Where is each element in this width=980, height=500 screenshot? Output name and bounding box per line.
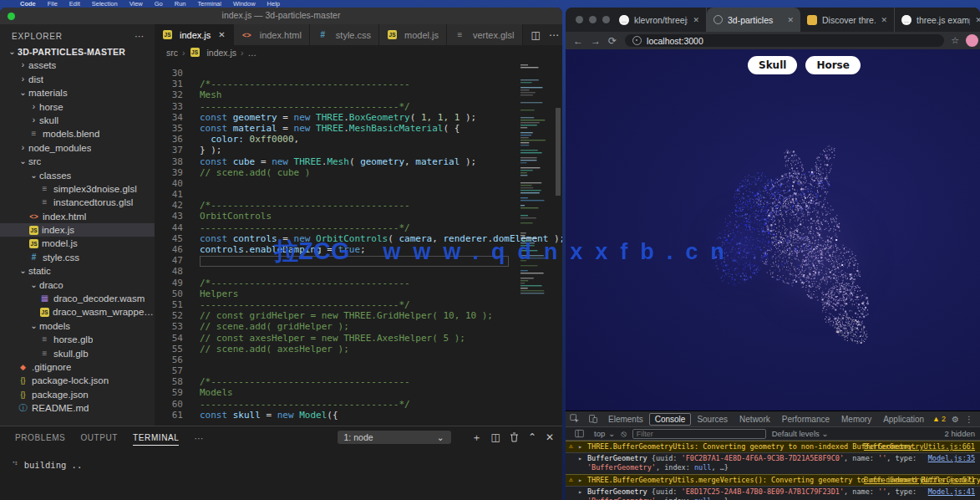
scrollbar-thumb[interactable] [556, 108, 561, 196]
skull-button[interactable]: Skull [748, 56, 797, 74]
tree-item-3d-particles-master[interactable]: ⌄3D-PARTICLES-MASTER [0, 45, 155, 59]
menu-item-code[interactable]: Code [20, 0, 36, 8]
code-editor[interactable]: 3031/*----------------------------------… [155, 59, 562, 426]
breadcrumb-item[interactable]: src [166, 48, 178, 58]
menu-item-edit[interactable]: Edit [69, 0, 80, 8]
menu-item-view[interactable]: View [129, 0, 143, 8]
site-info-icon[interactable] [632, 36, 642, 45]
expand-caret-icon[interactable]: ▸ [578, 442, 582, 451]
menu-item-go[interactable]: Go [155, 0, 163, 8]
vscode-titlebar[interactable]: index.js — 3d-particles-master [0, 8, 562, 25]
inspect-element-icon[interactable] [570, 414, 580, 424]
editor-tab-style.css[interactable]: #style.css [310, 24, 379, 45]
console-context-select[interactable]: top ⌄ [594, 429, 615, 438]
bookmark-star-icon[interactable]: ☆ [951, 35, 959, 46]
editor-more-actions-icon[interactable]: ⋯ [549, 29, 559, 41]
tree-item-assets[interactable]: ›assets [0, 59, 155, 72]
terminal-shell-select[interactable]: 1: node ⌄ [338, 431, 451, 444]
back-icon[interactable]: ← [573, 35, 583, 47]
tree-item-horse.glb[interactable]: ≡horse.glb [0, 333, 155, 346]
devtools-tab-console[interactable]: Console [649, 413, 692, 426]
kill-terminal-icon[interactable] [510, 432, 519, 442]
console-filter-input[interactable] [632, 429, 766, 439]
devtools-tab-sources[interactable]: Sources [691, 413, 734, 426]
address-bar[interactable]: localhost:3000 [625, 34, 944, 47]
devtools-tab-application[interactable]: Application [877, 413, 930, 426]
source-link[interactable]: Model.js:41 [928, 487, 975, 497]
horse-button[interactable]: Horse [805, 56, 861, 74]
tree-item-models.blend[interactable]: ≡models.blend [0, 127, 155, 140]
traffic-light-zoom[interactable] [602, 16, 610, 23]
tree-item-node_modules[interactable]: ›node_modules [0, 141, 155, 155]
panel-tab-terminal[interactable]: TERMINAL [133, 429, 179, 446]
panel-tab-output[interactable]: OUTPUT [80, 429, 118, 446]
editor-scrollbar[interactable] [554, 59, 562, 426]
traffic-light-minimize[interactable] [589, 16, 597, 23]
tree-item-draco_wasm_wrapper.js[interactable]: JSdraco_wasm_wrapper.js [0, 305, 155, 319]
source-link[interactable]: Model.js:35 [928, 454, 975, 463]
minimap[interactable] [519, 63, 552, 297]
close-tab-icon[interactable]: ✕ [881, 16, 887, 24]
menu-item-selection[interactable]: Selection [92, 0, 118, 8]
tree-item-index.js[interactable]: JSindex.js [0, 223, 155, 237]
tree-item-package.json[interactable]: {}package.json [0, 388, 155, 401]
expand-caret-icon[interactable]: ▸ [578, 476, 582, 484]
hidden-messages-label[interactable]: 2 hidden [945, 429, 975, 438]
menu-item-terminal[interactable]: Terminal [198, 0, 221, 8]
reload-icon[interactable]: ⟳ [608, 35, 617, 47]
forward-icon[interactable]: → [591, 35, 601, 47]
browser-tab-2[interactable]: 3d-particles✕ [707, 8, 800, 32]
close-tab-icon[interactable]: ✕ [975, 16, 980, 24]
tree-item-src[interactable]: ⌄src [0, 155, 155, 168]
tree-item-classes[interactable]: ⌄classes [0, 169, 155, 182]
terminal-output[interactable]: ⠙ building .. [0, 448, 562, 470]
devtools-more-icon[interactable]: ⋮ [965, 415, 973, 424]
expand-caret-icon[interactable]: ▸ [578, 454, 582, 463]
tree-item-draco_decoder.wasm[interactable]: ▦draco_decoder.wasm [0, 292, 155, 305]
menu-item-window[interactable]: Window [233, 0, 256, 8]
log-levels-select[interactable]: Default levels ⌄ [772, 429, 829, 438]
new-terminal-icon[interactable]: ＋ [472, 431, 482, 445]
browser-tab-1[interactable]: klevron/threejs-to…✕ [612, 8, 707, 32]
devtools-tab-performance[interactable]: Performance [776, 413, 835, 426]
browser-tab-4[interactable]: three.js examples✕ [895, 8, 980, 32]
profile-avatar[interactable] [966, 34, 978, 47]
devtools-settings-icon[interactable]: ⚙ [952, 415, 959, 424]
tree-item-skull.glb[interactable]: ≡skull.glb [0, 347, 155, 360]
editor-tab-index.js[interactable]: JSindex.js✕ [155, 24, 234, 45]
tree-item-horse[interactable]: ›horse [0, 100, 155, 114]
tree-item-readme.md[interactable]: ⓘREADME.md [0, 401, 155, 415]
menu-item-file[interactable]: File [48, 0, 58, 8]
console-sidebar-icon[interactable] [575, 429, 584, 438]
maximize-panel-icon[interactable]: ⌃ [528, 431, 536, 443]
tree-item-draco[interactable]: ⌄draco [0, 278, 155, 292]
close-tab-icon[interactable]: ✕ [693, 16, 699, 24]
device-toolbar-icon[interactable] [588, 414, 598, 424]
breadcrumb[interactable]: src›JSindex.js›… [155, 45, 562, 59]
tree-item-skull[interactable]: ›skull [0, 114, 155, 127]
traffic-light-close[interactable] [576, 16, 583, 23]
tree-item-.gitignore[interactable]: ◆.gitignore [0, 360, 155, 374]
tree-item-dist[interactable]: ›dist [0, 73, 155, 86]
tree-item-style.css[interactable]: #style.css [0, 251, 155, 264]
breadcrumb-item[interactable]: index.js [207, 48, 237, 58]
panel-tab-problems[interactable]: PROBLEMS [15, 429, 65, 446]
editor-tab-vertex.glsl[interactable]: ≡vertex.glsl [447, 24, 523, 45]
panel-more-icon[interactable]: ⋯ [194, 429, 204, 446]
warning-count-badge[interactable]: ▲2 [932, 415, 946, 423]
browser-tab-3[interactable]: Discover thre…✕ [800, 8, 895, 32]
editor-tab-index.html[interactable]: <>index.html [234, 24, 310, 45]
close-tab-icon[interactable]: ✕ [787, 16, 794, 24]
clear-console-icon[interactable]: ⦸ [621, 429, 627, 439]
tree-item-model.js[interactable]: JSmodel.js [0, 237, 155, 250]
devtools-tab-elements[interactable]: Elements [602, 413, 649, 426]
expand-caret-icon[interactable]: ▸ [578, 487, 582, 497]
split-editor-icon[interactable]: ◫ [531, 29, 541, 41]
devtools-tab-memory[interactable]: Memory [835, 413, 877, 426]
close-tab-icon[interactable]: ✕ [218, 30, 225, 39]
editor-tab-model.js[interactable]: JSmodel.js [379, 24, 447, 45]
tree-item-materials[interactable]: ⌄materials [0, 86, 155, 99]
tree-item-static[interactable]: ⌄static [0, 264, 155, 278]
menu-item-help[interactable]: Help [267, 0, 280, 8]
threejs-canvas[interactable] [566, 49, 980, 411]
